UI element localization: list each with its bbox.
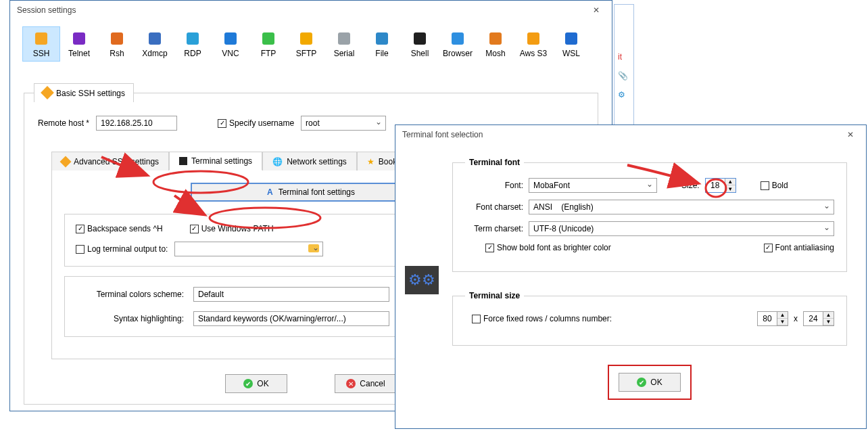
font-select[interactable] (529, 178, 657, 193)
conn-label: FTP (261, 49, 276, 58)
close-button[interactable]: ✕ (585, 3, 608, 17)
conn-type-xdmcp[interactable]: Xdmcp (136, 26, 174, 62)
rsh-icon (110, 31, 124, 46)
color-scheme-select[interactable] (193, 287, 389, 302)
conn-label: Telnet (68, 49, 90, 58)
conn-label: Mosh (485, 49, 505, 58)
font-ok-button[interactable]: ✔OK (619, 373, 681, 392)
xdmcp-icon (147, 31, 162, 46)
folder-icon[interactable] (308, 244, 319, 254)
font-title: Terminal font selection (402, 130, 483, 139)
conn-type-aws-s3[interactable]: Aws S3 (514, 26, 552, 62)
specify-username-checkbox[interactable]: ✓ Specify username (218, 118, 294, 128)
bold-checkbox[interactable]: Bold (761, 181, 788, 190)
conn-label: RDP (184, 49, 201, 58)
conn-type-rdp[interactable]: RDP (174, 26, 212, 62)
conn-type-telnet[interactable]: Telnet (60, 26, 98, 62)
spin-down-icon[interactable]: ▼ (725, 185, 736, 192)
conn-label: Browser (443, 49, 473, 58)
antialias-checkbox[interactable]: ✓Font antialiasing (764, 243, 834, 252)
conn-type-file[interactable]: File (363, 26, 401, 62)
conn-label: Shell (411, 49, 429, 58)
syntax-select[interactable] (193, 311, 389, 326)
ok-highlight-frame: ✔OK (608, 365, 692, 400)
conn-type-wsl[interactable]: WSL (552, 26, 590, 62)
size-input[interactable] (706, 179, 725, 192)
backspace-checkbox[interactable]: ✓Backspace sends ^H (76, 224, 163, 233)
key-icon (60, 156, 72, 167)
font-selection-dialog: Terminal font selection ✕ ⚙⚙ Terminal fo… (395, 124, 867, 429)
conn-label: WSL (562, 49, 580, 58)
conn-label: File (375, 49, 388, 58)
terminal-size-group: Terminal size Force fixed rows / columns… (452, 291, 847, 346)
ok-button[interactable]: ✔OK (225, 374, 287, 393)
brighter-checkbox[interactable]: ✓Show bold font as brighter color (485, 243, 611, 252)
mosh-icon (488, 31, 503, 46)
close-button[interactable]: ✕ (839, 128, 862, 141)
conn-type-ftp[interactable]: FTP (249, 26, 287, 62)
aws s3-icon (526, 31, 541, 46)
rows-spinner[interactable]: ▲▼ (757, 311, 788, 326)
conn-label: Aws S3 (520, 49, 547, 58)
wsl-icon (564, 31, 579, 46)
font-label: Font: (465, 181, 523, 190)
size-label: Size: (681, 181, 700, 190)
vnc-icon (223, 31, 238, 46)
conn-type-rsh[interactable]: Rsh (98, 26, 136, 62)
spin-up-icon[interactable]: ▲ (725, 179, 736, 185)
conn-type-sftp[interactable]: SFTP (287, 26, 325, 62)
shell-icon (412, 31, 427, 46)
conn-label: VNC (222, 49, 239, 58)
tab-terminal-settings[interactable]: Terminal settings (169, 152, 262, 171)
conn-type-shell[interactable]: Shell (401, 26, 439, 62)
conn-type-browser[interactable]: Browser (439, 26, 477, 62)
conn-label: Rsh (110, 49, 124, 58)
remote-host-input[interactable] (96, 116, 177, 131)
ssh-icon (34, 31, 49, 46)
term-charset-select[interactable] (529, 221, 834, 236)
conn-type-serial[interactable]: Serial (325, 26, 363, 62)
basic-ssh-legend: Basic SSH settings (34, 83, 134, 102)
fixed-size-checkbox[interactable]: Force fixed rows / columns number: (472, 314, 612, 323)
terminal-font-legend: Terminal font (465, 158, 524, 167)
telnet-icon (72, 31, 87, 46)
star-icon: ★ (367, 157, 375, 166)
ftp-icon (261, 31, 276, 46)
log-output-checkbox[interactable]: Log terminal output to: (76, 244, 168, 254)
browser-icon (450, 31, 465, 46)
background-toolbar: it 📎 ⚙ (614, 4, 634, 133)
cols-spinner[interactable]: ▲▼ (803, 311, 834, 326)
log-path-input[interactable] (174, 242, 323, 256)
conn-label: SSH (33, 49, 50, 58)
gear-icon: ⚙⚙ (405, 266, 439, 294)
file-icon (375, 31, 389, 46)
cancel-button[interactable]: ✕Cancel (335, 374, 397, 393)
session-titlebar: Session settings ✕ (10, 1, 612, 20)
exit-icon: it (618, 52, 630, 64)
conn-type-vnc[interactable]: VNC (212, 26, 249, 62)
terminal-icon (179, 157, 187, 165)
conn-label: Serial (334, 49, 355, 58)
username-select[interactable] (301, 116, 386, 131)
x-label: x (794, 314, 798, 323)
session-title: Session settings (17, 5, 76, 15)
conn-label: Xdmcp (142, 49, 167, 58)
font-charset-select[interactable] (529, 200, 834, 214)
conn-label: SFTP (296, 49, 317, 58)
paperclip-icon: 📎 (618, 71, 630, 83)
font-titlebar: Terminal font selection ✕ (395, 125, 866, 144)
conn-type-mosh[interactable]: Mosh (477, 26, 514, 62)
connection-types: SSHTelnetRshXdmcpRDPVNCFTPSFTPSerialFile… (10, 20, 612, 64)
font-a-icon: A (267, 187, 273, 197)
use-windows-path-checkbox[interactable]: ✓Use Windows PATH (190, 224, 274, 233)
syntax-label: Syntax highlighting: (76, 314, 184, 323)
key-icon (41, 86, 54, 99)
globe-icon: 🌐 (272, 157, 283, 166)
checkbox-icon: ✓ (218, 119, 226, 128)
size-spinner[interactable]: ▲▼ (705, 178, 736, 193)
tab-network-settings[interactable]: 🌐Network settings (262, 152, 357, 171)
conn-type-ssh[interactable]: SSH (22, 26, 60, 62)
rdp-icon (185, 31, 200, 46)
terminal-font-group: Terminal font Font: Size: ▲▼ Bold Font c… (452, 158, 847, 272)
tab-advanced-ssh[interactable]: Advanced SSH settings (51, 152, 169, 171)
